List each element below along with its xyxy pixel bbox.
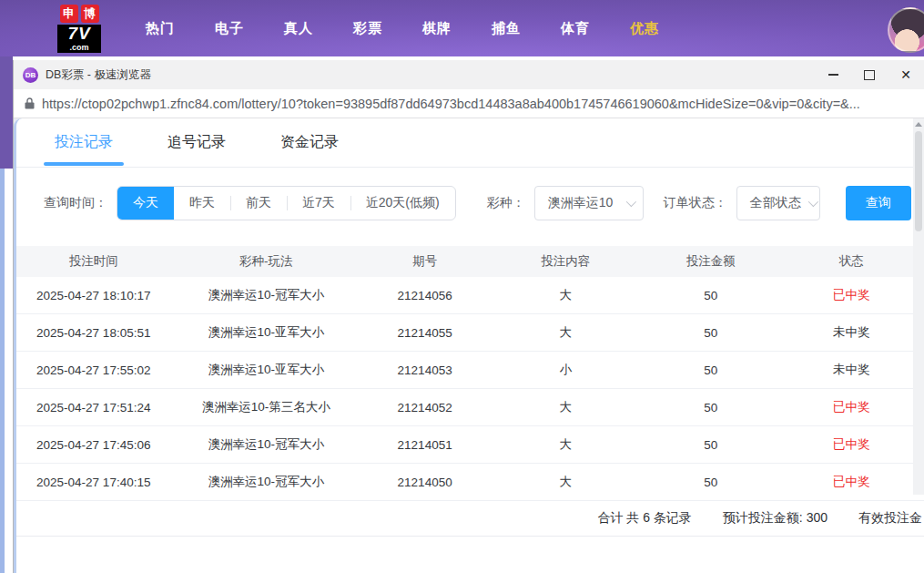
cell-bet-content: 大 xyxy=(488,287,642,303)
minimize-button[interactable] xyxy=(815,60,851,89)
cell-bet-amount: 50 xyxy=(643,401,779,414)
cell-game-play: 澳洲幸运10-亚军大小 xyxy=(170,362,360,378)
cell-bet-content: 大 xyxy=(488,436,642,453)
page-scrollbar[interactable] xyxy=(913,118,924,495)
close-button[interactable]: ✕ xyxy=(888,60,924,89)
cell-bet-content: 大 xyxy=(488,399,642,415)
browser-favicon-icon: DB xyxy=(23,67,38,83)
cell-game-play: 澳洲幸运10-第三名大小 xyxy=(170,399,360,415)
lottery-type-select[interactable]: 澳洲幸运10 xyxy=(534,186,644,220)
cell-status: 未中奖 xyxy=(778,362,924,378)
time-option-7days[interactable]: 近7天 xyxy=(287,187,350,220)
tab-chase-records[interactable]: 追号记录 xyxy=(164,118,229,167)
cell-bet-amount: 50 xyxy=(643,476,779,489)
address-bar[interactable]: https://ctop02pchwp1.zfnc84.com/lottery/… xyxy=(14,89,924,118)
col-issue: 期号 xyxy=(361,253,489,270)
cell-issue: 21214056 xyxy=(361,289,489,302)
cell-bet-amount: 50 xyxy=(643,438,779,452)
nav-item-sports[interactable]: 体育 xyxy=(541,20,610,37)
tab-fund-records[interactable]: 资金记录 xyxy=(277,118,342,167)
order-status-select[interactable]: 全部状态 xyxy=(736,186,820,220)
summary-total-records: 合计 共 6 条记录 xyxy=(597,510,691,527)
cell-bet-amount: 50 xyxy=(643,289,779,302)
col-status: 状态 xyxy=(778,253,924,270)
url-text: https://ctop02pchwp1.zfnc84.com/lottery/… xyxy=(42,97,860,111)
logo-badge-1: 申 xyxy=(60,5,78,23)
window-content: 投注记录 追号记录 资金记录 查询时间： 今天 昨天 前天 近7天 近20天(低… xyxy=(14,118,924,573)
browser-window: DB DB彩票 - 极速浏览器 ✕ https://ctop02pchwp1.z… xyxy=(13,60,924,573)
cell-game-play: 澳洲幸运10-冠军大小 xyxy=(170,436,360,453)
time-option-today[interactable]: 今天 xyxy=(117,187,174,220)
cell-issue: 21214050 xyxy=(361,476,489,489)
logo-badge-2: 博 xyxy=(81,5,99,23)
summary-expected-amount: 预计投注金额: 300 xyxy=(723,510,828,527)
maximize-icon xyxy=(864,70,875,80)
close-icon: ✕ xyxy=(900,68,911,81)
cell-bet-time: 2025-04-27 18:10:17 xyxy=(16,289,170,302)
search-button[interactable]: 查询 xyxy=(846,186,911,220)
lottery-type-label: 彩种： xyxy=(487,195,525,211)
query-time-label: 查询时间： xyxy=(44,195,107,211)
tab-bet-records[interactable]: 投注记录 xyxy=(51,118,117,167)
cell-issue: 21214053 xyxy=(361,363,489,377)
cell-bet-content: 大 xyxy=(488,474,642,490)
table-row: 2025-04-27 17:55:02 澳洲幸运10-亚军大小 21214053… xyxy=(16,352,924,389)
cell-status: 已中奖 xyxy=(778,436,924,453)
table-summary: 合计 共 6 条记录 预计投注金额: 300 有效投注金 xyxy=(16,501,924,537)
order-status-value: 全部状态 xyxy=(750,195,801,211)
lock-icon xyxy=(25,97,35,109)
logo-red-badges: 申 博 xyxy=(53,5,106,23)
main-nav: 热门 电子 真人 彩票 棋牌 捕鱼 体育 优惠 xyxy=(126,20,679,37)
scrollbar-thumb[interactable] xyxy=(915,131,922,231)
lottery-records-page: 投注记录 追号记录 资金记录 查询时间： 今天 昨天 前天 近7天 近20天(低… xyxy=(14,118,924,573)
cell-game-play: 澳洲幸运10-冠军大小 xyxy=(170,287,360,303)
nav-item-slots[interactable]: 电子 xyxy=(195,20,264,37)
col-bet-content: 投注内容 xyxy=(488,253,642,270)
cell-issue: 21214051 xyxy=(361,438,489,452)
nav-item-fishing[interactable]: 捕鱼 xyxy=(472,20,541,37)
cell-bet-amount: 50 xyxy=(643,326,779,340)
cell-status: 已中奖 xyxy=(778,287,924,303)
nav-item-hot[interactable]: 热门 xyxy=(126,20,195,37)
nav-item-board-games[interactable]: 棋牌 xyxy=(402,20,472,37)
site-logo[interactable]: 申 博 7V .com xyxy=(53,5,106,53)
record-tabs: 投注记录 追号记录 资金记录 xyxy=(16,118,924,168)
time-option-day-before[interactable]: 前天 xyxy=(230,187,287,220)
filter-bar: 查询时间： 今天 昨天 前天 近7天 近20天(低频) 彩种： 澳洲幸运10 订… xyxy=(16,168,924,235)
cell-bet-content: 小 xyxy=(488,362,642,378)
page-background-left xyxy=(0,56,13,169)
table-row: 2025-04-27 17:51:24 澳洲幸运10-第三名大小 2121405… xyxy=(16,389,924,426)
page-background-strip xyxy=(0,169,5,573)
table-row: 2025-04-27 18:10:17 澳洲幸运10-冠军大小 21214056… xyxy=(16,277,924,314)
lottery-type-value: 澳洲幸运10 xyxy=(548,195,614,211)
cell-bet-time: 2025-04-27 17:51:24 xyxy=(16,401,170,414)
cell-issue: 21214052 xyxy=(361,401,489,414)
minimize-icon xyxy=(828,74,838,76)
table-row: 2025-04-27 18:05:51 澳洲幸运10-亚军大小 21214055… xyxy=(16,314,924,352)
cell-bet-time: 2025-04-27 17:45:06 xyxy=(16,438,170,452)
table-row: 2025-04-27 17:45:06 澳洲幸运10-冠军大小 21214051… xyxy=(16,426,924,464)
cell-bet-time: 2025-04-27 17:40:15 xyxy=(16,476,170,489)
user-avatar[interactable] xyxy=(888,7,924,53)
table-header: 投注时间 彩种-玩法 期号 投注内容 投注金额 状态 xyxy=(16,246,924,277)
table-row: 2025-04-27 17:40:15 澳洲幸运10-冠军大小 21214050… xyxy=(16,464,924,501)
bet-records-table: 投注时间 彩种-玩法 期号 投注内容 投注金额 状态 2025-04-27 18… xyxy=(16,246,924,537)
chevron-down-icon xyxy=(625,197,635,207)
nav-item-live[interactable]: 真人 xyxy=(264,20,333,37)
window-controls: ✕ xyxy=(815,60,924,89)
nav-item-lottery[interactable]: 彩票 xyxy=(333,20,402,37)
cell-bet-content: 大 xyxy=(488,324,642,341)
cell-status: 已中奖 xyxy=(778,399,924,415)
cell-status: 已中奖 xyxy=(778,474,924,490)
cell-game-play: 澳洲幸运10-冠军大小 xyxy=(170,474,360,490)
window-titlebar[interactable]: DB DB彩票 - 极速浏览器 ✕ xyxy=(14,60,924,89)
col-bet-time: 投注时间 xyxy=(16,253,170,270)
summary-valid-amount: 有效投注金 xyxy=(858,510,922,527)
cell-status: 未中奖 xyxy=(778,324,924,341)
chevron-down-icon xyxy=(807,197,817,207)
maximize-button[interactable] xyxy=(851,60,888,89)
time-option-20days[interactable]: 近20天(低频) xyxy=(350,187,455,220)
time-option-yesterday[interactable]: 昨天 xyxy=(174,187,230,220)
nav-item-promos[interactable]: 优惠 xyxy=(610,20,679,37)
cell-issue: 21214055 xyxy=(361,326,489,340)
